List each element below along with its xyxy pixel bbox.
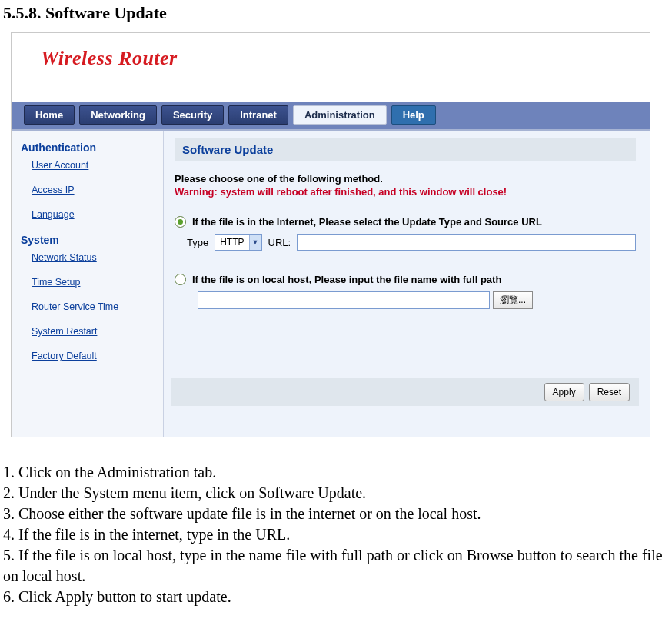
type-select[interactable]: HTTP ▼ <box>215 234 261 251</box>
step-3: 3. Choose either the software update fil… <box>3 504 669 524</box>
tab-help[interactable]: Help <box>391 105 436 125</box>
url-input[interactable] <box>297 234 636 251</box>
sidebar-item-system-restart[interactable]: System Restart <box>32 326 154 337</box>
step-2: 2. Under the System menu item, click on … <box>3 483 669 504</box>
panel-title: Software Update <box>175 138 636 161</box>
tab-intranet[interactable]: Intranet <box>228 105 288 125</box>
sidebar-head-system: System <box>21 234 154 246</box>
tab-home[interactable]: Home <box>24 105 75 125</box>
sidebar-item-user-account[interactable]: User Account <box>32 160 154 171</box>
sidebar-item-factory-default[interactable]: Factory Default <box>32 351 154 361</box>
tab-security[interactable]: Security <box>161 105 224 125</box>
apply-button[interactable]: Apply <box>544 383 584 401</box>
option-internet[interactable]: If the file is in the Internet, Please s… <box>175 216 636 228</box>
sidebar-item-access-ip[interactable]: Access IP <box>32 185 154 195</box>
instruction-text: Please choose one of the following metho… <box>175 173 636 185</box>
sidebar-item-language[interactable]: Language <box>32 209 154 220</box>
tab-networking[interactable]: Networking <box>79 105 157 125</box>
step-4: 4. If the file is in the internet, type … <box>3 524 669 545</box>
local-row: 瀏覽... <box>198 291 636 309</box>
action-bar: Apply Reset <box>171 378 639 406</box>
step-5: 5. If the file is on local host, type in… <box>3 545 669 587</box>
warning-text: Warning: system will reboot after finish… <box>175 186 636 198</box>
section-heading: 5.5.8. Software Update <box>3 3 672 23</box>
instruction-steps: 1. Click on the Administration tab. 2. U… <box>3 462 669 607</box>
banner: Wireless Router <box>12 33 650 102</box>
option-internet-label: If the file is in the Internet, Please s… <box>192 216 542 228</box>
sidebar-item-router-service-time[interactable]: Router Service Time <box>32 301 154 312</box>
sidebar-head-authentication: Authentication <box>21 141 154 154</box>
url-label: URL: <box>268 237 291 248</box>
option-local[interactable]: If the file is on local host, Please inp… <box>175 274 636 285</box>
banner-title: Wireless Router <box>41 47 178 69</box>
sidebar-item-time-setup[interactable]: Time Setup <box>32 277 154 288</box>
nav-bar: Home Networking Security Intranet Admini… <box>12 102 650 129</box>
radio-internet[interactable] <box>175 216 186 228</box>
router-admin-window: Wireless Router Home Networking Security… <box>11 32 650 437</box>
internet-row: Type HTTP ▼ URL: <box>187 234 636 251</box>
step-6: 6. Click Apply button to start update. <box>3 587 669 607</box>
chevron-down-icon: ▼ <box>249 235 261 250</box>
option-local-label: If the file is on local host, Please inp… <box>192 274 501 285</box>
body-area: Authentication User Account Access IP La… <box>12 129 650 437</box>
step-1: 1. Click on the Administration tab. <box>3 462 669 483</box>
tab-administration[interactable]: Administration <box>293 105 387 125</box>
main-panel: Software Update Please choose one of the… <box>164 131 650 437</box>
radio-local[interactable] <box>175 274 186 285</box>
type-select-value: HTTP <box>220 237 244 248</box>
reset-button[interactable]: Reset <box>589 383 630 401</box>
sidebar: Authentication User Account Access IP La… <box>12 131 164 437</box>
browse-button[interactable]: 瀏覽... <box>493 291 533 309</box>
file-path-input[interactable] <box>198 291 490 309</box>
sidebar-item-network-status[interactable]: Network Status <box>32 252 154 263</box>
type-label: Type <box>187 237 208 248</box>
